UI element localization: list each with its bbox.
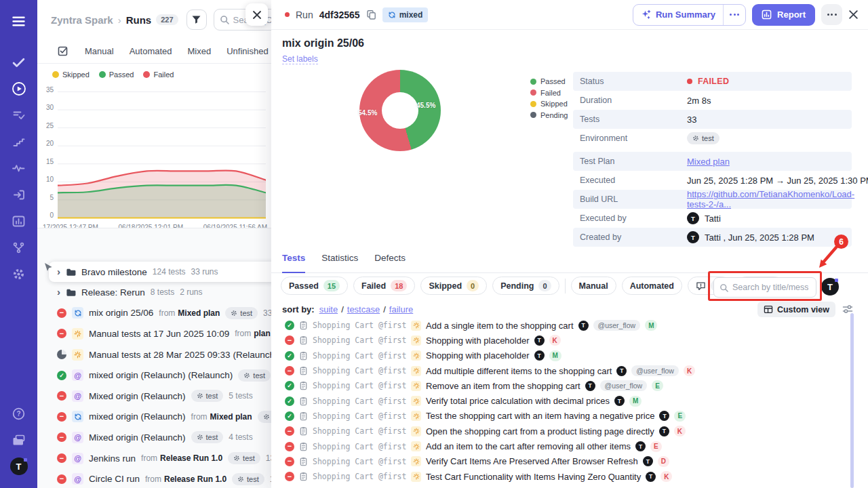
donut-legend-item[interactable]: Failed <box>530 87 568 99</box>
menu-icon[interactable] <box>7 9 31 33</box>
defect-badge[interactable]: M <box>629 396 642 407</box>
run-row[interactable]: @ Mixed origin (Relaunch) test 4 tests <box>37 427 271 448</box>
user-avatar[interactable]: T <box>7 455 31 478</box>
test-row[interactable]: Shopping Cart @first… Add a single item … <box>285 318 844 333</box>
branch-icon[interactable] <box>7 236 31 259</box>
filter-skipped[interactable]: Skipped0 <box>420 277 487 295</box>
test-row[interactable]: Shopping Cart @first… Test Cart Function… <box>285 469 844 484</box>
run-summary-more[interactable] <box>723 5 745 25</box>
run-row[interactable]: @ Jenkins run fromRelease Run 1.0 test 1… <box>37 448 271 469</box>
defect-badge[interactable]: K <box>549 335 561 346</box>
panel-close-button[interactable] <box>245 3 268 26</box>
check-icon[interactable] <box>7 51 31 74</box>
projects-icon[interactable] <box>7 428 31 451</box>
from-plan[interactable]: Release Run 1.0 <box>160 453 222 463</box>
activity-icon[interactable] <box>7 157 31 180</box>
defect-badge[interactable]: K <box>660 471 672 482</box>
avatar: T <box>635 441 646 451</box>
test-plan-link[interactable]: Mixed plan <box>687 157 730 167</box>
runs-type-tab[interactable]: Manual <box>85 46 114 56</box>
help-icon[interactable]: ? <box>7 402 31 425</box>
run-row[interactable]: › Release: Rerun 8 tests 2 runs <box>37 282 271 303</box>
tests-search-input[interactable] <box>732 283 808 292</box>
test-tag: @user_flow <box>593 320 641 331</box>
close-panel-button[interactable] <box>848 9 859 20</box>
donut-legend-item[interactable]: Passed <box>530 76 568 87</box>
sign-in-icon[interactable] <box>7 183 31 206</box>
trend-legend-item[interactable]: Passed <box>99 70 134 79</box>
select-runs-icon[interactable] <box>58 45 69 58</box>
test-row[interactable]: Shopping Cart @first… Verify Cart Items … <box>285 454 844 469</box>
tab-defects[interactable]: Defects <box>374 253 406 272</box>
chevron-right-icon[interactable]: › <box>57 287 60 297</box>
sort-testcase-link[interactable]: testcase <box>347 304 380 314</box>
run-row[interactable]: @ Mixed origin (Relaunch) test 5 tests <box>37 386 271 407</box>
test-row[interactable]: Shopping Cart @first… Add an item to the… <box>285 439 844 453</box>
tests-search[interactable] <box>713 277 816 298</box>
bar-chart-icon[interactable] <box>7 209 31 232</box>
defect-badge[interactable]: E <box>650 441 662 452</box>
filter-automated[interactable]: Automated <box>622 277 682 295</box>
play-circle-icon[interactable] <box>7 77 31 100</box>
tab-tests[interactable]: Tests <box>282 253 305 273</box>
run-row[interactable]: @ mix origin 25/06 fromMixed plan test 3… <box>37 303 271 324</box>
defect-badge[interactable]: M <box>645 320 657 331</box>
tab-statistics[interactable]: Statistics <box>321 253 358 272</box>
run-row[interactable]: @ mixed origin (Relaunch) fromMixed plan… <box>37 407 271 428</box>
set-labels-link[interactable]: Set labels <box>282 54 318 64</box>
details-label: Tests <box>580 115 687 124</box>
tests-scrollbar[interactable] <box>850 313 854 488</box>
donut-legend-item[interactable]: Pending <box>530 110 568 121</box>
filter-pending[interactable]: Pending0 <box>492 277 559 295</box>
report-button[interactable]: Report <box>752 4 815 26</box>
defect-badge[interactable]: M <box>549 350 561 361</box>
avatar: T <box>616 366 627 376</box>
defect-badge[interactable]: D <box>658 456 669 467</box>
from-plan[interactable]: Release Run 1.0 <box>164 474 226 484</box>
filter-failed[interactable]: Failed18 <box>353 277 415 295</box>
donut-legend-item[interactable]: Skipped <box>530 98 568 110</box>
run-row[interactable]: @ Circle CI run fromRelease Run 1.0 test… <box>37 468 271 488</box>
filter-button[interactable] <box>186 9 207 30</box>
copy-run-id-button[interactable] <box>366 9 376 20</box>
sort-failure-link[interactable]: failure <box>389 304 413 314</box>
close-icon <box>848 9 859 20</box>
defect-badge[interactable]: E <box>674 411 686 422</box>
from-plan[interactable]: plan 1 <box>254 329 271 338</box>
list-check-icon[interactable] <box>7 104 31 127</box>
defect-badge[interactable]: K <box>674 426 686 436</box>
filter-passed[interactable]: Passed15 <box>281 277 348 295</box>
run-row[interactable]: @ Manual tests at 17 Jun 2025 10:09 from… <box>37 323 271 344</box>
run-row[interactable]: @ mixed origin (Relaunch) (Relaunch) tes… <box>37 365 271 386</box>
test-row[interactable]: Shopping Cart @first… Shopping with plac… <box>285 348 844 363</box>
breadcrumb-workspace[interactable]: Zyntra Spark <box>51 14 113 26</box>
build-url-link[interactable]: https://github.com/TetianaKhomenko/Load-… <box>687 189 854 209</box>
test-row[interactable]: Shopping Cart @first… Shopping with plac… <box>285 333 844 348</box>
defect-badge[interactable]: K <box>684 365 695 376</box>
runs-type-tab[interactable]: Unfinished <box>226 46 268 56</box>
runs-type-tab[interactable]: Mixed <box>188 46 212 56</box>
steps-icon[interactable] <box>7 130 31 153</box>
filter-manual[interactable]: Manual <box>571 277 616 295</box>
test-row[interactable]: Shopping Cart @first… Verify total price… <box>285 393 844 408</box>
trend-legend-item[interactable]: Skipped <box>52 70 90 79</box>
runs-type-tab[interactable]: Automated <box>130 46 172 56</box>
sort-suite-link[interactable]: suite <box>319 304 338 314</box>
test-row[interactable]: Shopping Cart @first… Open the shopping … <box>285 424 844 439</box>
test-row[interactable]: Shopping Cart @first… Remove an item fro… <box>285 378 844 393</box>
executed-by-value: TTatti <box>687 212 721 224</box>
chevron-right-icon[interactable]: › <box>57 266 60 277</box>
test-row[interactable]: Shopping Cart @first… Test the shopping … <box>285 409 844 424</box>
test-row[interactable]: Shopping Cart @first… Add multiple diffe… <box>285 363 844 378</box>
run-summary-button[interactable]: Run Summary <box>633 4 746 26</box>
run-row[interactable]: › Bravo milestone 124 tests 33 runs <box>49 262 271 282</box>
y-tick-label: 20 <box>46 140 54 147</box>
custom-view-button[interactable]: Custom view <box>757 302 835 317</box>
from-plan[interactable]: Mixed plan <box>210 412 252 422</box>
more-actions-button[interactable] <box>821 4 842 25</box>
defect-badge[interactable]: E <box>652 380 663 391</box>
trend-legend-item[interactable]: Failed <box>143 70 174 79</box>
run-row[interactable]: @ Manual tests at 28 Mar 2025 09:33 (Rel… <box>37 344 271 365</box>
from-plan[interactable]: Mixed plan <box>178 308 220 318</box>
gear-icon[interactable] <box>7 262 31 285</box>
